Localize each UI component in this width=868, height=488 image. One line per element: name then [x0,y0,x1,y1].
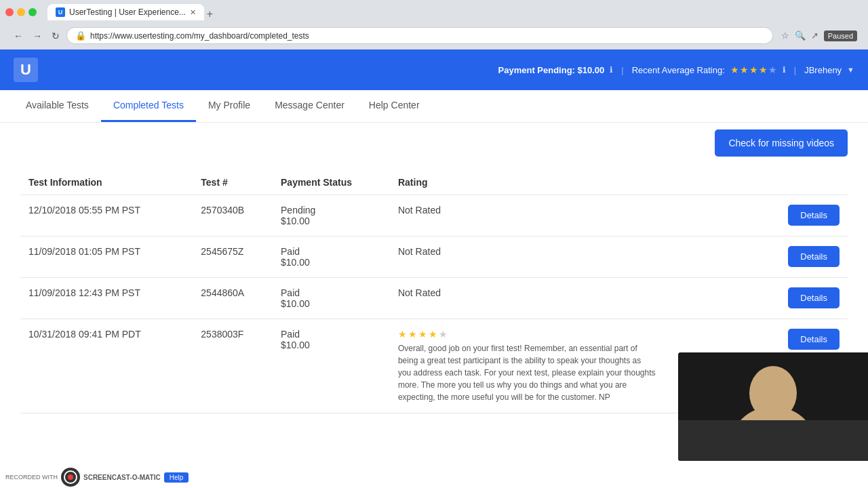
user-dropdown-icon[interactable]: ▼ [847,66,854,74]
separator: | [621,65,623,75]
table-row: 12/10/2018 05:55 PM PST2570340BPending$1… [20,195,848,237]
cell-rating: Not Rated [390,278,757,319]
payment-info-icon[interactable]: ℹ [610,65,613,75]
payment-status-text: Paid [281,329,382,340]
paused-badge: Paused [824,30,857,41]
cell-date: 10/31/2018 09:41 PM PDT [20,319,193,413]
table-row: 11/09/2018 01:05 PM PST2545675ZPaid$10.0… [20,237,848,278]
address-bar-row: ← → ↻ 🔒 https://www.usertesting.com/my_d… [5,24,863,49]
nav-available-tests[interactable]: Available Tests [14,90,101,122]
payment-pending-label: Payment Pending: $10.00 [498,65,605,75]
nav-bar: Available Tests Completed Tests My Profi… [0,90,868,123]
rating-label: Recent Average Rating: [632,65,725,75]
cell-details: Details [757,195,848,237]
app-logo[interactable]: U [14,58,38,82]
col-rating: Rating [390,170,757,195]
browser-chrome: U UserTesting | User Experience... ✕ + ←… [0,0,868,49]
address-bar[interactable]: 🔒 https://www.usertesting.com/my_dashboa… [66,27,773,44]
star-2: ★ [740,64,749,75]
payment-status-text: Paid [281,287,382,298]
payment-status-text: Pending [281,205,382,216]
tab-favicon: U [56,7,65,17]
cell-rating: Not Rated [390,237,757,278]
star-5: ★ [768,64,777,75]
star-4: ★ [759,64,768,75]
app-header: U Payment Pending: $10.00 ℹ | Recent Ave… [0,49,868,90]
cell-test-num: 2570340B [193,195,273,237]
star-filled: ★ [398,329,407,340]
tab-bar: U UserTesting | User Experience... ✕ + [47,4,216,20]
close-window-button[interactable] [5,8,14,16]
tab-close-button[interactable]: ✕ [190,8,196,17]
video-feed [678,352,868,427]
payment-status-text: Paid [281,246,382,257]
nav-completed-tests[interactable]: Completed Tests [101,90,196,122]
star-3: ★ [749,64,758,75]
window-controls [5,8,37,16]
video-placeholder-svg [678,352,868,427]
payment-label: Payment Pending: [498,65,575,75]
cell-date: 11/09/2018 01:05 PM PST [20,237,193,278]
details-button[interactable]: Details [788,246,840,267]
cell-test-num: 2544860A [193,278,273,319]
nav-help-center[interactable]: Help Center [357,90,432,122]
cell-payment-status: Paid$10.00 [273,237,390,278]
details-button[interactable]: Details [788,287,840,308]
tab-title: UserTesting | User Experience... [69,7,186,17]
cell-payment-status: Paid$10.00 [273,278,390,319]
cell-rating: Not Rated [390,195,757,237]
minimize-window-button[interactable] [17,8,25,16]
cell-test-num: 2538003F [193,319,273,413]
col-test-info: Test Information [20,170,193,195]
extension-icon[interactable]: 🔍 [795,30,806,41]
details-button[interactable]: Details [788,205,840,226]
nav-my-profile[interactable]: My Profile [196,90,262,122]
rating-info-icon[interactable]: ℹ [783,65,786,75]
extension2-icon[interactable]: ↗ [811,30,818,41]
not-rated-text: Not Rated [398,246,441,257]
not-rated-text: Not Rated [398,287,441,298]
not-rated-text: Not Rated [398,205,441,216]
svg-rect-3 [678,420,868,427]
rating-comment: Overall, good job on your first test! Re… [398,342,656,403]
rating-stars: ★ ★ ★ ★ ★ [730,64,777,75]
url-text: https://www.usertesting.com/my_dashboard… [90,31,764,41]
star-empty: ★ [439,329,448,340]
nav-message-center[interactable]: Message Center [262,90,357,122]
star-filled: ★ [429,329,437,340]
back-button[interactable]: ← [11,29,26,43]
maximize-window-button[interactable] [28,8,37,16]
bookmark-icon[interactable]: ☆ [781,30,789,41]
active-tab[interactable]: U UserTesting | User Experience... ✕ [47,4,204,20]
details-button[interactable]: Details [788,329,840,350]
new-tab-button[interactable]: + [204,8,216,20]
cell-payment-status: Pending$10.00 [273,195,390,237]
table-header-row: Test Information Test # Payment Status R… [20,170,848,195]
video-overlay [678,352,868,427]
cell-details: Details [757,278,848,319]
check-missing-videos-button[interactable]: Check for missing videos [715,129,848,157]
lock-icon: 🔒 [75,30,86,41]
payment-amount-text: $10.00 [281,298,382,309]
star-filled: ★ [408,329,417,340]
cell-test-num: 2545675Z [193,237,273,278]
cell-date: 12/10/2018 05:55 PM PST [20,195,193,237]
payment-amount-text: $10.00 [281,257,382,268]
forward-button[interactable]: → [30,29,45,43]
header-right: Payment Pending: $10.00 ℹ | Recent Avera… [498,64,854,75]
refresh-button[interactable]: ↻ [49,29,62,43]
payment-amount-text: $10.00 [281,216,382,226]
col-payment-status: Payment Status [273,170,390,195]
username: JBreheny [804,65,842,75]
star-1: ★ [730,64,739,75]
browser-actions: ☆ 🔍 ↗ Paused [781,30,857,41]
separator2: | [794,65,796,75]
col-test-num: Test # [193,170,273,195]
payment-amount: $10.00 [578,65,605,75]
cell-payment-status: Paid$10.00 [273,319,390,413]
star-filled: ★ [418,329,427,340]
row-rating-stars: ★★★★★ [398,329,749,340]
col-actions [757,170,848,195]
cell-details: Details [757,237,848,278]
payment-amount-text: $10.00 [281,340,382,350]
